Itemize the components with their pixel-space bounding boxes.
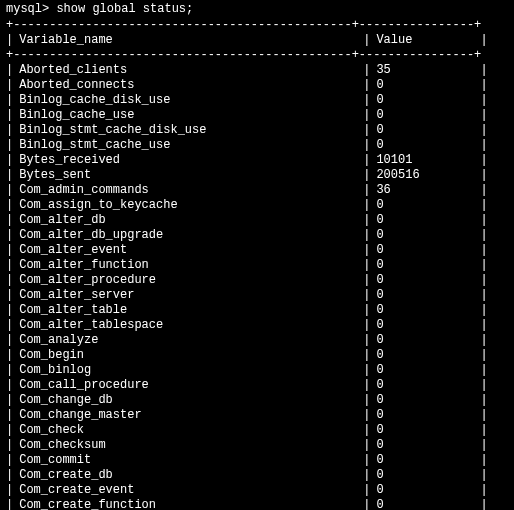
table-row: |Com_alter_server|0| xyxy=(6,288,508,303)
variable-value-cell: 0 xyxy=(370,468,480,483)
pipe-separator: | xyxy=(6,378,13,393)
variable-name-cell: Com_assign_to_keycache xyxy=(13,198,363,213)
table-row: |Binlog_stmt_cache_disk_use|0| xyxy=(6,123,508,138)
pipe-separator: | xyxy=(6,333,13,348)
variable-value-cell: 0 xyxy=(370,423,480,438)
variable-name-cell: Com_alter_function xyxy=(13,258,363,273)
pipe-separator: | xyxy=(6,123,13,138)
pipe-separator: | xyxy=(363,288,370,303)
variable-value-cell: 0 xyxy=(370,213,480,228)
pipe-separator: | xyxy=(480,273,487,288)
pipe-separator: | xyxy=(480,138,487,153)
pipe-separator: | xyxy=(480,498,487,510)
variable-name-cell: Com_create_db xyxy=(13,468,363,483)
table-header-border: +---------------------------------------… xyxy=(6,48,508,63)
pipe-separator: | xyxy=(480,363,487,378)
pipe-separator: | xyxy=(363,93,370,108)
pipe-separator: | xyxy=(363,468,370,483)
pipe-separator: | xyxy=(480,303,487,318)
variable-value-cell: 36 xyxy=(370,183,480,198)
column-header-value: Value xyxy=(370,33,480,48)
variable-name-cell: Com_alter_server xyxy=(13,288,363,303)
table-row: |Com_create_db|0| xyxy=(6,468,508,483)
pipe-separator: | xyxy=(6,183,13,198)
pipe-separator: | xyxy=(480,108,487,123)
table-row: |Binlog_cache_use|0| xyxy=(6,108,508,123)
pipe-separator: | xyxy=(6,318,13,333)
pipe-separator: | xyxy=(363,438,370,453)
pipe-separator: | xyxy=(6,168,13,183)
variable-value-cell: 0 xyxy=(370,318,480,333)
variable-name-cell: Com_admin_commands xyxy=(13,183,363,198)
pipe-separator: | xyxy=(6,153,13,168)
variable-value-cell: 0 xyxy=(370,243,480,258)
pipe-separator: | xyxy=(480,393,487,408)
pipe-separator: | xyxy=(363,108,370,123)
variable-name-cell: Com_check xyxy=(13,423,363,438)
pipe-separator: | xyxy=(363,258,370,273)
variable-name-cell: Binlog_cache_use xyxy=(13,108,363,123)
table-row: |Com_check|0| xyxy=(6,423,508,438)
pipe-separator: | xyxy=(6,138,13,153)
pipe-separator: | xyxy=(480,318,487,333)
pipe-separator: | xyxy=(6,93,13,108)
variable-name-cell: Bytes_received xyxy=(13,153,363,168)
table-row: |Com_create_event|0| xyxy=(6,483,508,498)
pipe-separator: | xyxy=(363,483,370,498)
variable-name-cell: Bytes_sent xyxy=(13,168,363,183)
variable-name-cell: Com_alter_tablespace xyxy=(13,318,363,333)
pipe-separator: | xyxy=(363,228,370,243)
variable-value-cell: 0 xyxy=(370,378,480,393)
variable-value-cell: 0 xyxy=(370,453,480,468)
variable-name-cell: Com_begin xyxy=(13,348,363,363)
pipe-separator: | xyxy=(6,423,13,438)
pipe-separator: | xyxy=(6,108,13,123)
variable-name-cell: Com_analyze xyxy=(13,333,363,348)
pipe-separator: | xyxy=(480,483,487,498)
pipe-separator: | xyxy=(363,243,370,258)
pipe-separator: | xyxy=(6,273,13,288)
pipe-separator: | xyxy=(6,33,13,48)
pipe-separator: | xyxy=(6,258,13,273)
variable-value-cell: 0 xyxy=(370,333,480,348)
pipe-separator: | xyxy=(480,378,487,393)
variable-value-cell: 0 xyxy=(370,198,480,213)
pipe-separator: | xyxy=(480,153,487,168)
pipe-separator: | xyxy=(6,348,13,363)
variable-name-cell: Aborted_clients xyxy=(13,63,363,78)
pipe-separator: | xyxy=(480,93,487,108)
pipe-separator: | xyxy=(363,138,370,153)
variable-value-cell: 0 xyxy=(370,78,480,93)
pipe-separator: | xyxy=(363,348,370,363)
table-body: |Aborted_clients|35||Aborted_connects|0|… xyxy=(6,63,508,510)
variable-name-cell: Binlog_stmt_cache_use xyxy=(13,138,363,153)
variable-name-cell: Com_alter_db xyxy=(13,213,363,228)
table-top-border: +---------------------------------------… xyxy=(6,18,508,33)
variable-value-cell: 0 xyxy=(370,93,480,108)
pipe-separator: | xyxy=(6,363,13,378)
pipe-separator: | xyxy=(363,408,370,423)
pipe-separator: | xyxy=(480,258,487,273)
pipe-separator: | xyxy=(363,63,370,78)
pipe-separator: | xyxy=(6,228,13,243)
pipe-separator: | xyxy=(480,453,487,468)
pipe-separator: | xyxy=(6,438,13,453)
table-row: |Com_alter_table|0| xyxy=(6,303,508,318)
variable-name-cell: Com_create_event xyxy=(13,483,363,498)
variable-name-cell: Com_create_function xyxy=(13,498,363,510)
variable-name-cell: Com_commit xyxy=(13,453,363,468)
table-row: |Com_alter_db|0| xyxy=(6,213,508,228)
pipe-separator: | xyxy=(480,63,487,78)
variable-value-cell: 0 xyxy=(370,348,480,363)
variable-value-cell: 0 xyxy=(370,363,480,378)
pipe-separator: | xyxy=(363,123,370,138)
pipe-separator: | xyxy=(6,498,13,510)
variable-value-cell: 0 xyxy=(370,273,480,288)
table-row: |Com_call_procedure|0| xyxy=(6,378,508,393)
mysql-prompt[interactable]: mysql> show global status; xyxy=(6,2,508,17)
pipe-separator: | xyxy=(363,363,370,378)
variable-value-cell: 0 xyxy=(370,438,480,453)
table-row: |Aborted_clients|35| xyxy=(6,63,508,78)
pipe-separator: | xyxy=(6,483,13,498)
pipe-separator: | xyxy=(6,78,13,93)
